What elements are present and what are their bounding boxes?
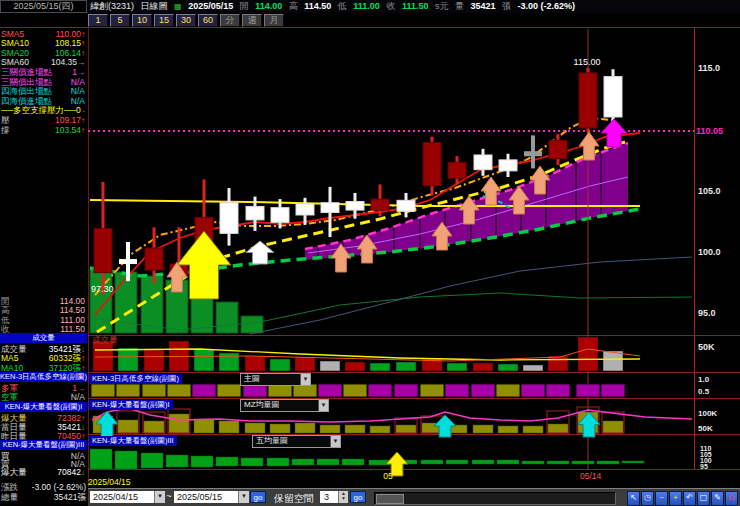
svg-text:97.30: 97.30 bbox=[91, 284, 114, 294]
svg-text:2025/04/15: 2025/04/15 bbox=[88, 477, 131, 487]
date-start-input[interactable]: 2025/04/15▼ bbox=[90, 491, 165, 503]
panel4-source-combo[interactable]: 五均量圖▼ bbox=[252, 435, 341, 448]
svg-text:50K: 50K bbox=[698, 342, 715, 352]
zoom-out-icon[interactable]: − bbox=[655, 491, 668, 506]
combo-dropdown-icon[interactable]: ▼ bbox=[300, 374, 310, 385]
svg-text:100K: 100K bbox=[698, 409, 717, 418]
main-chart-svg[interactable]: 115.0105.0100.095.0110.05115.0097.3050K1… bbox=[0, 0, 740, 506]
cursor-icon[interactable]: ↖ bbox=[627, 491, 640, 506]
bottom-toolbar: 2025/04/15▼ ~ 2025/05/15▼ go 保留空間 3▲▼ go… bbox=[88, 488, 740, 506]
alarm-bell-icon[interactable]: Ω bbox=[725, 491, 738, 506]
keep-space-stepper[interactable]: 3▲▼ bbox=[320, 491, 348, 503]
svg-text:95: 95 bbox=[700, 463, 708, 470]
horizontal-scrollbar[interactable] bbox=[374, 492, 616, 505]
svg-text:95.0: 95.0 bbox=[698, 308, 716, 318]
zoom-in-icon[interactable]: + bbox=[669, 491, 682, 506]
panel3-source-combo[interactable]: MZ均量圖▼ bbox=[240, 399, 329, 412]
svg-text:05: 05 bbox=[383, 471, 393, 481]
svg-text:115.0: 115.0 bbox=[698, 63, 720, 73]
go-button[interactable]: go bbox=[250, 491, 266, 503]
pencil-icon[interactable]: ✎ bbox=[711, 491, 724, 506]
scrollbar-thumb[interactable] bbox=[376, 494, 404, 504]
range-tilde: ~ bbox=[166, 491, 172, 502]
panel4-header: KEN-爆大量看盤(副圖)III bbox=[89, 436, 177, 446]
svg-text:100.0: 100.0 bbox=[698, 247, 721, 257]
undo-icon[interactable]: ↶ bbox=[683, 491, 696, 506]
selection-box-icon[interactable]: ▢ bbox=[697, 491, 710, 506]
panel2-source-combo[interactable]: 主圖▼ bbox=[240, 373, 311, 386]
volume-panel-title: 成交量 bbox=[92, 336, 118, 345]
panel2-header: KEN-3日高低多空線(副圖) bbox=[89, 374, 182, 384]
chevron-down-icon[interactable]: ▼ bbox=[238, 491, 249, 503]
app-window: 2025/05/15(四) 緯創(3231) 日線圖 ▦ 2025/05/15 … bbox=[0, 0, 740, 506]
combo-dropdown-icon[interactable]: ▼ bbox=[318, 400, 328, 411]
svg-text:110.05: 110.05 bbox=[696, 126, 723, 136]
stepper-arrows-icon[interactable]: ▲▼ bbox=[338, 491, 348, 503]
combo-dropdown-icon[interactable]: ▼ bbox=[330, 436, 340, 447]
svg-text:05/14: 05/14 bbox=[580, 471, 602, 481]
svg-text:1.0: 1.0 bbox=[698, 375, 710, 384]
date-end-input[interactable]: 2025/05/15▼ bbox=[174, 491, 249, 503]
keep-space-label: 保留空間 bbox=[274, 492, 314, 506]
panel3-header: KEN-爆大量看盤(副圖)I bbox=[89, 400, 173, 410]
svg-text:105.0: 105.0 bbox=[698, 186, 721, 196]
svg-text:0.5: 0.5 bbox=[698, 387, 710, 396]
clock-icon[interactable]: ◷ bbox=[641, 491, 654, 506]
svg-text:115.00: 115.00 bbox=[574, 57, 601, 67]
tool-icon-row: ↖◷−+↶▢✎Ω bbox=[627, 491, 738, 506]
chevron-down-icon[interactable]: ▼ bbox=[154, 491, 165, 503]
go-button-2[interactable]: go bbox=[350, 491, 366, 503]
svg-text:50K: 50K bbox=[698, 424, 713, 433]
